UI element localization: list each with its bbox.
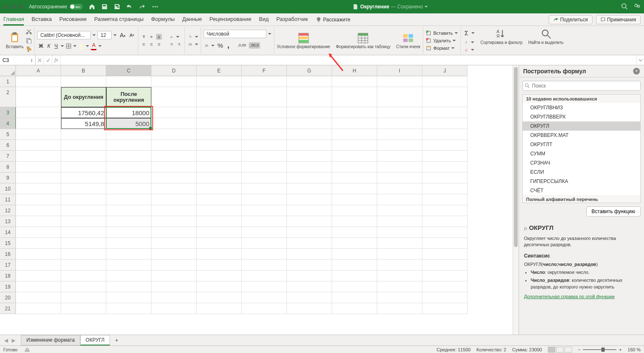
share-button[interactable]: Поделиться — [549, 15, 592, 24]
cell-G12[interactable] — [287, 205, 332, 216]
cell-I15[interactable] — [377, 238, 422, 249]
cell-D1[interactable] — [151, 76, 197, 87]
cell-C10[interactable] — [106, 183, 151, 194]
cell-D14[interactable] — [151, 227, 197, 238]
cell-H3[interactable] — [332, 107, 377, 118]
percent-icon[interactable]: % — [216, 41, 224, 50]
cell-C6[interactable] — [106, 140, 151, 151]
cell-I11[interactable] — [377, 194, 422, 205]
function-search-input[interactable] — [522, 81, 641, 91]
paste-button[interactable]: Вставить — [5, 31, 24, 50]
cell-F6[interactable] — [242, 140, 287, 151]
zoom-in-icon[interactable]: + — [619, 347, 621, 352]
view-normal-icon[interactable] — [548, 347, 555, 353]
increase-decimal-icon[interactable]: ,0,00 — [236, 42, 247, 49]
cell-I7[interactable] — [377, 151, 422, 162]
cell-B4[interactable]: 5149,8 — [61, 118, 106, 129]
func-item[interactable]: ОКРУГЛВНИЗ — [523, 103, 640, 112]
close-window-icon[interactable] — [3, 5, 8, 9]
cell-G13[interactable] — [287, 216, 332, 227]
wrap-dropdown-icon[interactable] — [195, 35, 198, 39]
cell-E2[interactable] — [197, 87, 242, 107]
underline-button[interactable]: Ч — [53, 42, 59, 50]
row-header-15[interactable]: 15 — [0, 238, 16, 249]
cell-D15[interactable] — [151, 238, 197, 249]
cell-J9[interactable] — [422, 173, 468, 183]
cell-A15[interactable] — [16, 238, 61, 249]
cell-D9[interactable] — [151, 173, 197, 183]
fill-color-icon[interactable] — [78, 43, 84, 49]
currency-icon[interactable] — [204, 43, 210, 49]
format-painter-icon[interactable] — [26, 46, 32, 52]
cell-H14[interactable] — [332, 227, 377, 238]
cell-E18[interactable] — [197, 271, 242, 281]
cell-J13[interactable] — [422, 216, 468, 227]
more-icon[interactable] — [151, 3, 159, 10]
cell-H15[interactable] — [332, 238, 377, 249]
insert-function-button[interactable]: Вставить функцию — [586, 206, 641, 216]
cell-I5[interactable] — [377, 129, 422, 140]
cell-D2[interactable] — [151, 87, 197, 107]
title-dropdown-icon[interactable] — [424, 5, 428, 8]
cell-D10[interactable] — [151, 183, 197, 194]
merge-icon[interactable] — [187, 41, 193, 47]
minimize-window-icon[interactable] — [11, 5, 15, 9]
currency-dropdown-icon[interactable] — [211, 44, 215, 47]
cell-E4[interactable] — [197, 118, 242, 129]
cell-A5[interactable] — [16, 129, 61, 140]
cell-A10[interactable] — [16, 183, 61, 194]
cell-F19[interactable] — [242, 281, 287, 292]
ribbon-tab-5[interactable]: Данные — [182, 13, 202, 26]
cell-H13[interactable] — [332, 216, 377, 227]
column-header-D[interactable]: D — [151, 65, 197, 76]
cell-A2[interactable] — [16, 87, 61, 107]
cell-J21[interactable] — [422, 303, 468, 314]
cell-C4[interactable]: 5000 — [106, 118, 151, 129]
cell-G16[interactable] — [287, 249, 332, 260]
func-item[interactable]: ОКРУГЛТ — [523, 140, 640, 149]
zoom-level[interactable]: 160 % — [628, 347, 641, 352]
cell-H9[interactable] — [332, 173, 377, 183]
cell-B8[interactable] — [61, 162, 106, 173]
cell-F2[interactable] — [242, 87, 287, 107]
cell-I1[interactable] — [377, 76, 422, 87]
cell-J15[interactable] — [422, 238, 468, 249]
cell-H4[interactable] — [332, 118, 377, 129]
redo-icon[interactable] — [139, 3, 146, 10]
cell-E5[interactable] — [197, 129, 242, 140]
font-name-box[interactable]: Calibri (Основной... — [37, 31, 91, 39]
zoom-out-icon[interactable]: − — [578, 347, 580, 352]
cell-B13[interactable] — [61, 216, 106, 227]
row-header-16[interactable]: 16 — [0, 249, 16, 260]
row-header-9[interactable]: 9 — [0, 173, 16, 183]
ribbon-tab-4[interactable]: Формулы — [151, 13, 175, 26]
align-right-icon[interactable] — [156, 41, 162, 47]
autosum-icon[interactable]: Σ — [463, 28, 470, 38]
cell-A3[interactable] — [16, 107, 61, 118]
row-header-14[interactable]: 14 — [0, 227, 16, 238]
cell-G9[interactable] — [287, 173, 332, 183]
maximize-window-icon[interactable] — [18, 5, 23, 9]
cell-C19[interactable] — [106, 281, 151, 292]
function-help-link[interactable]: Дополнительная справка по этой функции — [524, 294, 639, 300]
comma-icon[interactable]: , — [226, 40, 230, 51]
cell-D17[interactable] — [151, 260, 197, 271]
vertical-scrollbar[interactable] — [513, 65, 519, 335]
cell-C14[interactable] — [106, 227, 151, 238]
cell-A21[interactable] — [16, 303, 61, 314]
cell-A20[interactable] — [16, 292, 61, 303]
cell-I20[interactable] — [377, 292, 422, 303]
cell-E11[interactable] — [197, 194, 242, 205]
cell-E16[interactable] — [197, 249, 242, 260]
cell-C13[interactable] — [106, 216, 151, 227]
cell-E21[interactable] — [197, 303, 242, 314]
cut-icon[interactable] — [26, 29, 32, 35]
number-format-box[interactable]: Числовой — [204, 30, 266, 38]
cell-F16[interactable] — [242, 249, 287, 260]
cell-H5[interactable] — [332, 129, 377, 140]
ribbon-tab-2[interactable]: Рисование — [59, 13, 87, 26]
cell-A6[interactable] — [16, 140, 61, 151]
func-item[interactable]: ЕСЛИ — [523, 167, 640, 177]
cell-F9[interactable] — [242, 173, 287, 183]
column-header-A[interactable]: A — [16, 65, 61, 76]
